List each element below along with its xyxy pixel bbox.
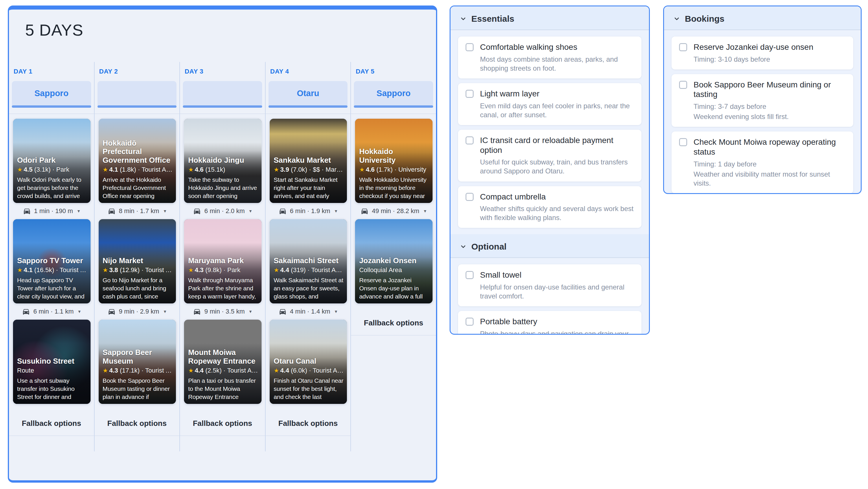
booking-item-beer-museum[interactable]: Book Sapporo Beer Museum dining or tasti… bbox=[672, 74, 853, 127]
stop-card-jozankei-onsen[interactable]: Jozankei Onsen Colloquial Area Reserve a… bbox=[355, 219, 433, 304]
checklist-item-walking-shoes[interactable]: Comfortable walking shoes Most days comb… bbox=[458, 36, 642, 79]
stop-card-hokkaido-university[interactable]: Hokkaido University ★4.6 (1.7k) · Univer… bbox=[355, 119, 433, 203]
stop-card-otaru-canal[interactable]: Otaru Canal ★4.4 (6.0k) · Tourist Attrac… bbox=[270, 320, 347, 404]
stop-card-susukino-street[interactable]: Susukino Street Route Use a short subway… bbox=[13, 320, 91, 404]
stop-card-nijo-market[interactable]: Nijo Market ★3.8 (12.9k) · Tourist Attra… bbox=[99, 219, 176, 304]
stop-card-sakaimachi-street[interactable]: Sakaimachi Street ★4.4 (319) · Tourist A… bbox=[270, 219, 347, 304]
day-3-city-chip[interactable] bbox=[183, 81, 262, 108]
booking-item-jozankei-onsen[interactable]: Reserve Jozankei day-use onsen Timing: 3… bbox=[672, 36, 853, 69]
transit-row[interactable]: 6 min · 2.0 km ▼ bbox=[184, 203, 261, 219]
checkbox[interactable] bbox=[679, 81, 687, 89]
checkbox[interactable] bbox=[466, 318, 474, 326]
car-icon bbox=[23, 207, 31, 215]
bookings-items: Reserve Jozankei day-use onsen Timing: 3… bbox=[664, 30, 861, 194]
booking-item-label: Check Mount Moiwa ropeway operating stat… bbox=[693, 137, 846, 156]
fallback-options-link[interactable]: Fallback options bbox=[180, 419, 265, 436]
stop-card-mount-moiwa-ropeway-entrance[interactable]: Mount Moiwa Ropeway Entrance ★4.4 (2.5k)… bbox=[184, 320, 261, 404]
stop-rating-line: ★4.4 (319) · Tourist Attraction bbox=[274, 266, 344, 274]
transit-row[interactable]: 49 min · 28.2 km ▼ bbox=[355, 203, 433, 219]
optional-section-header[interactable]: Optional bbox=[451, 234, 649, 258]
fallback-options-link[interactable]: Fallback options bbox=[95, 419, 180, 436]
day-3-label: DAY 3 bbox=[180, 62, 265, 75]
city-chip-label: Sapporo bbox=[12, 81, 91, 105]
car-icon bbox=[279, 308, 287, 316]
transit-summary: 9 min · 3.5 km bbox=[204, 308, 245, 315]
stop-card-hokkaido-prefectural-government-office[interactable]: Hokkaidō Prefectural Government Office ★… bbox=[99, 119, 176, 203]
booking-item-moiwa-ropeway[interactable]: Check Mount Moiwa ropeway operating stat… bbox=[672, 132, 853, 193]
stop-text: Sapporo Beer Museum ★4.3 (17.1k) · Touri… bbox=[103, 348, 173, 401]
stop-description: Plan a taxi or bus transfer to the Mount… bbox=[188, 377, 258, 401]
transit-row[interactable]: 6 min · 1.9 km ▼ bbox=[270, 203, 347, 219]
stop-title: Hokkaido University bbox=[359, 147, 429, 164]
chevron-down-icon: ▼ bbox=[77, 209, 81, 213]
checklist-item-warm-layer[interactable]: Light warm layer Even mild days can feel… bbox=[458, 83, 642, 125]
transit-row[interactable]: 9 min · 2.9 km ▼ bbox=[99, 304, 176, 320]
fallback-options-link[interactable]: Fallback options bbox=[266, 419, 351, 436]
checklist-item-label: IC transit card or reloadable payment op… bbox=[480, 136, 634, 155]
checklist-item-small-towel[interactable]: Small towel Helpful for onsen day-use fa… bbox=[458, 264, 642, 306]
transit-row[interactable]: 9 min · 3.5 km ▼ bbox=[184, 304, 261, 320]
stop-text: Hokkaido Jingu ★4.6 (15.1k) Take the sub… bbox=[188, 156, 258, 200]
stop-title: Hokkaidō Prefectural Government Office bbox=[103, 139, 173, 164]
stop-rating-line: ★4.5 (3.1k) · Park bbox=[17, 166, 87, 173]
stop-title: Jozankei Onsen bbox=[359, 257, 429, 265]
stop-text: Odori Park ★4.5 (3.1k) · Park Walk Odori… bbox=[17, 156, 87, 200]
stop-card-hokkaido-jingu[interactable]: Hokkaido Jingu ★4.6 (15.1k) Take the sub… bbox=[184, 119, 261, 203]
transit-row[interactable]: 1 min · 190 m ▼ bbox=[13, 203, 91, 219]
city-chip-label bbox=[183, 81, 262, 105]
fallback-options-link[interactable]: Fallback options bbox=[9, 419, 94, 436]
chevron-down-icon: ▼ bbox=[163, 209, 167, 213]
itinerary-board-panel: 5 DAYS DAY 1 Sapporo Odori Park ★4.5 (3.… bbox=[8, 5, 437, 483]
checklist-item-note: Weather shifts quickly and several days … bbox=[480, 204, 634, 222]
packing-checklist-panel: Essentials Comfortable walking shoes Mos… bbox=[450, 5, 650, 335]
checklist-item-ic-transit-card[interactable]: IC transit card or reloadable payment op… bbox=[458, 130, 642, 181]
checkbox[interactable] bbox=[466, 193, 474, 201]
stop-title: Otaru Canal bbox=[274, 357, 344, 365]
transit-row[interactable]: 8 min · 1.7 km ▼ bbox=[99, 203, 176, 219]
day-4-stops: Sankaku Market ★3.9 (7.0k) · $$ · Market… bbox=[266, 114, 351, 404]
checkbox[interactable] bbox=[466, 43, 474, 51]
booking-note: Weekend evening slots fill first. bbox=[693, 112, 846, 121]
booking-item-label: Reserve Jozankei day-use onsen bbox=[693, 42, 813, 52]
checkbox[interactable] bbox=[466, 90, 474, 98]
checklist-item-compact-umbrella[interactable]: Compact umbrella Weather shifts quickly … bbox=[458, 186, 642, 228]
day-1-city-chip[interactable]: Sapporo bbox=[12, 81, 91, 108]
transit-row[interactable]: 6 min · 1.1 km ▼ bbox=[13, 304, 91, 320]
checkbox[interactable] bbox=[679, 138, 687, 146]
checkbox[interactable] bbox=[466, 136, 474, 144]
stop-card-odori-park[interactable]: Odori Park ★4.5 (3.1k) · Park Walk Odori… bbox=[13, 119, 91, 203]
stop-rating-line: ★4.6 (1.7k) · University bbox=[359, 166, 429, 173]
transit-row[interactable]: 4 min · 1.4 km ▼ bbox=[270, 304, 347, 320]
stop-card-maruyama-park[interactable]: Maruyama Park ★4.3 (9.8k) · Park Walk th… bbox=[184, 219, 261, 304]
car-icon bbox=[107, 308, 116, 316]
checkbox[interactable] bbox=[679, 43, 687, 51]
trip-duration-title: 5 DAYS bbox=[9, 9, 436, 39]
stop-card-sapporo-tv-tower[interactable]: Sapporo TV Tower ★4.1 (16.5k) · Tourist … bbox=[13, 219, 91, 304]
day-column-3: DAY 3 Hokkaido Jingu ★4.6 (15.1k) Take t… bbox=[179, 62, 265, 451]
star-icon: ★ bbox=[188, 166, 193, 173]
day-5-city-chip[interactable]: Sapporo bbox=[354, 81, 433, 108]
booking-timing: Timing: 3-10 days before bbox=[693, 55, 846, 64]
stop-card-sapporo-beer-museum[interactable]: Sapporo Beer Museum ★4.3 (17.1k) · Touri… bbox=[99, 320, 176, 404]
essentials-section-header[interactable]: Essentials bbox=[451, 6, 649, 30]
bookings-section-header[interactable]: Bookings bbox=[664, 6, 861, 30]
car-icon bbox=[22, 308, 30, 316]
transit-summary: 8 min · 1.7 km bbox=[119, 207, 159, 215]
transit-summary: 9 min · 2.9 km bbox=[119, 308, 159, 315]
stop-title: Maruyama Park bbox=[188, 257, 258, 265]
star-icon: ★ bbox=[188, 267, 193, 273]
day-4-city-chip[interactable]: Otaru bbox=[269, 81, 348, 108]
star-icon: ★ bbox=[17, 267, 23, 273]
stop-rating-line: ★4.4 (2.5k) · Tourist Attraction bbox=[188, 367, 258, 374]
car-icon bbox=[361, 207, 369, 215]
checkbox[interactable] bbox=[466, 271, 474, 279]
star-icon: ★ bbox=[103, 267, 108, 273]
stop-card-sankaku-market[interactable]: Sankaku Market ★3.9 (7.0k) · $$ · Market… bbox=[270, 119, 347, 203]
section-title: Bookings bbox=[685, 14, 724, 24]
day-3-stops: Hokkaido Jingu ★4.6 (15.1k) Take the sub… bbox=[180, 114, 265, 404]
stop-text: Sapporo TV Tower ★4.1 (16.5k) · Tourist … bbox=[17, 257, 87, 300]
star-icon: ★ bbox=[359, 166, 365, 173]
day-2-city-chip[interactable] bbox=[97, 81, 177, 108]
checklist-item-portable-battery[interactable]: Portable battery Photo-heavy days and na… bbox=[458, 311, 642, 335]
fallback-options-link[interactable]: Fallback options bbox=[351, 318, 436, 336]
